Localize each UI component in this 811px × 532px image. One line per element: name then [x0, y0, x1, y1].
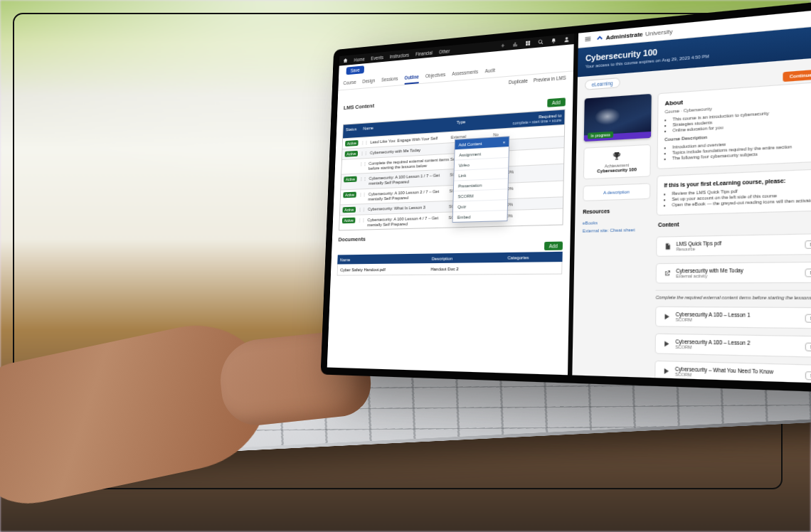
row-req: No [493, 127, 561, 137]
resource-link[interactable]: External site: Cheat sheet [583, 227, 650, 233]
drag-handle-icon[interactable]: ⋮⋮ [359, 161, 367, 166]
portal-main: Continue Course About Course · Cybersecu… [654, 80, 811, 384]
brand-logo-icon [596, 34, 604, 43]
resources-heading: Resources [583, 207, 650, 215]
add-content-button[interactable]: Add [547, 97, 566, 107]
add-document-button[interactable]: Add [544, 242, 563, 250]
drag-handle-icon[interactable]: ⋮⋮ [358, 217, 366, 222]
nav-other[interactable]: Other [439, 48, 450, 54]
tab-course[interactable]: Course [343, 80, 356, 90]
about-card: Continue Course About Course · Cybersecu… [657, 80, 811, 169]
tab-outline[interactable]: Outline [404, 74, 419, 85]
dd-item-embed[interactable]: Embed [453, 210, 507, 222]
drag-handle-icon[interactable]: ⋮⋮ [359, 206, 366, 211]
drag-handle-icon[interactable]: ⋮⋮ [361, 150, 369, 156]
add-content-dropdown: Add Content × Assignment Video Link Pres… [452, 136, 510, 223]
separator-hint: Complete the required external content i… [656, 290, 811, 301]
status-not-started: Not started [805, 268, 811, 277]
content-item[interactable]: Cybersecurity A 100 – Lesson 2 SCORM Not… [655, 334, 811, 358]
description-link[interactable]: A description [583, 183, 650, 201]
drag-handle-icon[interactable]: ⋮⋮ [359, 176, 367, 181]
external-link-icon [663, 269, 671, 277]
tab-design[interactable]: Design [362, 78, 375, 88]
action-preview[interactable]: Preview in LMS [534, 75, 566, 83]
doc-col-name: Name [337, 254, 429, 265]
split-screen: Home Events Instructors Financial Other [327, 6, 811, 384]
col-status: Status [343, 124, 361, 138]
tab-elearning[interactable]: eLearning [585, 78, 620, 90]
portal-sidebar: In progress Achievement Cybersecurity 10… [580, 94, 652, 381]
nav-chart-icon[interactable] [512, 41, 518, 48]
laptop: Home Events Instructors Financial Other [57, 71, 783, 455]
home-icon[interactable] [343, 57, 348, 63]
content-heading: Content [657, 218, 811, 228]
achievement-card: Achievement Cybersecurity 100 [583, 144, 651, 180]
content-item[interactable]: Cybersecurity – What You Need To Know SC… [654, 361, 811, 384]
drag-handle-icon[interactable]: ⋮⋮ [361, 139, 369, 145]
nav-grid-icon[interactable] [525, 40, 531, 47]
learner-portal-app: Administrate University Adam Smith Cyber… [572, 6, 811, 384]
course-thumbnail: In progress [584, 94, 652, 142]
nav-financial[interactable]: Financial [415, 50, 433, 56]
drag-handle-icon[interactable]: ⋮⋮ [359, 191, 366, 196]
nav-plus-icon[interactable] [500, 42, 506, 49]
play-icon [662, 312, 670, 321]
tab-objectives[interactable]: Objectives [425, 72, 446, 83]
tab-audit[interactable]: Audit [484, 68, 495, 78]
close-icon[interactable]: × [503, 139, 506, 145]
doc-col-desc: Description [429, 252, 505, 263]
status-badge: Active [345, 140, 359, 147]
col-type: Type [454, 115, 497, 132]
play-icon [662, 367, 670, 376]
nav-bell-icon[interactable] [551, 37, 556, 44]
nav-user-icon[interactable] [563, 36, 569, 43]
save-button[interactable]: Save [346, 65, 364, 75]
nav-home[interactable]: Home [354, 56, 365, 62]
tab-sessions[interactable]: Sessions [381, 76, 398, 87]
nav-search-icon[interactable] [538, 38, 544, 46]
content-item[interactable]: Cybersecurity with Me Today External act… [656, 261, 811, 283]
dropdown-title: Add Content [459, 141, 482, 147]
document-icon [663, 243, 671, 251]
content-item[interactable]: Cybersecurity A 100 – Lesson 1 SCORM Not… [655, 307, 811, 329]
doc-col-cat: Categories [504, 252, 563, 262]
progress-badge: In progress [588, 132, 613, 139]
first-course-note: If this is your first eLearning course, … [657, 168, 811, 216]
menu-icon[interactable] [584, 35, 592, 44]
nav-instructors[interactable]: Instructors [390, 52, 409, 59]
lms-content-table: Status Name Type Required to complete • … [339, 109, 566, 230]
laptop-bezel: Home Events Instructors Financial Other [321, 0, 811, 393]
action-duplicate[interactable]: Duplicate [509, 78, 528, 85]
document-row[interactable]: Cyber Safety Handout.pdf Handout Doc 2 [337, 262, 563, 276]
play-icon [662, 339, 670, 348]
resource-link[interactable]: eBooks [583, 219, 650, 225]
admin-backend-app: Home Events Instructors Financial Other [327, 33, 574, 375]
content-item[interactable]: LMS Quick Tips pdf Resource Not started [656, 233, 811, 257]
nav-events[interactable]: Events [371, 55, 383, 61]
status-not-started: Not started [805, 240, 811, 249]
